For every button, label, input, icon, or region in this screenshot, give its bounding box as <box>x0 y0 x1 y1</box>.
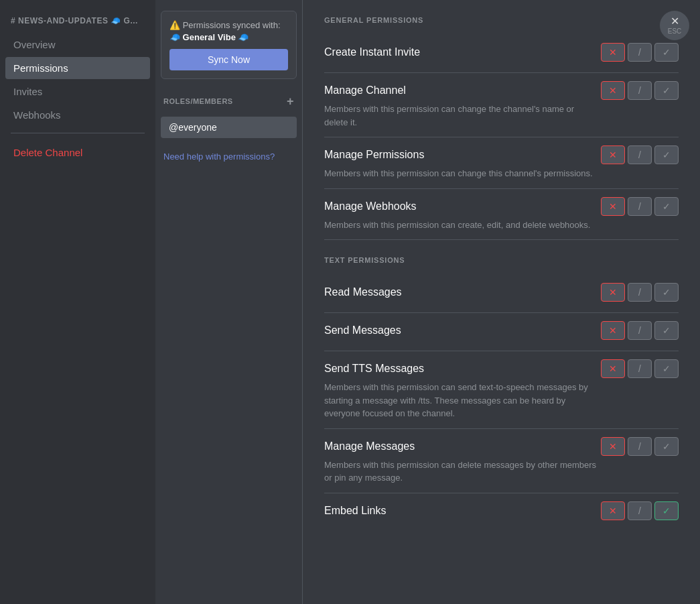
middle-panel: ⚠️ Permissions synced with: 🧢 General Vi… <box>155 0 303 604</box>
permission-name-manage-permissions: Manage Permissions <box>324 149 424 161</box>
permission-name-manage-channel: Manage Channel <box>324 84 406 97</box>
permission-manage-messages: Manage Messages ✕ / ✓ Members with this … <box>324 429 679 493</box>
allow-button-manage-channel[interactable]: ✓ <box>654 81 679 100</box>
sidebar-item-overview[interactable]: Overview <box>5 34 150 56</box>
esc-label: ESC <box>668 28 682 35</box>
deny-button-send-tts-messages[interactable]: ✕ <box>601 359 625 378</box>
permission-manage-webhooks: Manage Webhooks ✕ / ✓ Members with this … <box>324 189 679 241</box>
sidebar-item-permissions[interactable]: Permissions <box>5 57 150 79</box>
permission-desc-manage-permissions: Members with this permission can change … <box>324 167 679 180</box>
sync-now-button[interactable]: Sync Now <box>169 49 288 70</box>
right-panel: ✕ ESC General Permissions Create Instant… <box>303 0 700 604</box>
main-content: ⚠️ Permissions synced with: 🧢 General Vi… <box>155 0 700 604</box>
neutral-button-create-instant-invite[interactable]: / <box>628 43 652 62</box>
channel-name: # news-and-updates 🧢 G... <box>5 11 150 34</box>
permission-send-messages: Send Messages ✕ / ✓ <box>324 313 679 351</box>
roles-members-header: Roles/Members + <box>161 90 297 113</box>
deny-button-read-messages[interactable]: ✕ <box>601 283 625 302</box>
sync-channel-name: 🧢 General Vibe 🧢 <box>169 32 249 42</box>
sidebar-divider <box>11 133 145 133</box>
permission-desc-manage-webhooks: Members with this permission can create,… <box>324 219 679 232</box>
sidebar: # news-and-updates 🧢 G... Overview Permi… <box>0 0 155 604</box>
permission-send-tts-messages: Send TTS Messages ✕ / ✓ Members with thi… <box>324 351 679 429</box>
neutral-button-embed-links[interactable]: / <box>628 501 652 520</box>
permission-controls-read-messages: ✕ / ✓ <box>601 283 679 302</box>
deny-button-create-instant-invite[interactable]: ✕ <box>601 43 625 62</box>
permission-embed-links: Embed Links ✕ / ✓ <box>324 493 679 531</box>
permission-controls-create-instant-invite: ✕ / ✓ <box>601 43 679 62</box>
permission-controls-manage-messages: ✕ / ✓ <box>601 437 679 456</box>
neutral-button-send-messages[interactable]: / <box>628 321 652 340</box>
sidebar-item-webhooks[interactable]: Webhooks <box>5 104 150 126</box>
permission-name-embed-links: Embed Links <box>324 505 387 517</box>
neutral-button-manage-channel[interactable]: / <box>628 81 652 100</box>
neutral-button-send-tts-messages[interactable]: / <box>628 359 652 378</box>
deny-button-manage-permissions[interactable]: ✕ <box>601 145 625 164</box>
permission-controls-send-tts-messages: ✕ / ✓ <box>601 359 679 378</box>
neutral-button-manage-permissions[interactable]: / <box>628 145 652 164</box>
permission-controls-embed-links: ✕ / ✓ <box>601 501 679 520</box>
general-permissions-header: General Permissions <box>324 16 679 24</box>
permission-desc-send-tts-messages: Members with this permission can send te… <box>324 381 679 420</box>
neutral-button-manage-webhooks[interactable]: / <box>628 197 652 216</box>
permission-controls-manage-permissions: ✕ / ✓ <box>601 145 679 164</box>
neutral-button-read-messages[interactable]: / <box>628 283 652 302</box>
permission-name-manage-webhooks: Manage Webhooks <box>324 200 417 213</box>
permission-controls-manage-webhooks: ✕ / ✓ <box>601 197 679 216</box>
allow-button-send-tts-messages[interactable]: ✓ <box>654 359 679 378</box>
permission-name-manage-messages: Manage Messages <box>324 440 415 452</box>
permission-desc-manage-channel: Members with this permission can change … <box>324 103 679 129</box>
delete-channel-button[interactable]: Delete Channel <box>5 141 150 164</box>
permission-create-instant-invite: Create Instant Invite ✕ / ✓ <box>324 35 679 73</box>
text-permissions-header: Text Permissions <box>324 256 679 264</box>
close-icon: ✕ <box>671 16 679 27</box>
permission-name-create-instant-invite: Create Instant Invite <box>324 46 420 58</box>
permission-name-read-messages: Read Messages <box>324 286 402 298</box>
allow-button-manage-messages[interactable]: ✓ <box>654 437 679 456</box>
help-link[interactable]: Need help with permissions? <box>161 149 297 164</box>
sidebar-item-invites[interactable]: Invites <box>5 80 150 103</box>
permission-controls-manage-channel: ✕ / ✓ <box>601 81 679 100</box>
add-role-button[interactable]: + <box>287 95 294 107</box>
esc-button[interactable]: ✕ ESC <box>660 11 689 40</box>
deny-button-embed-links[interactable]: ✕ <box>601 501 625 520</box>
allow-button-embed-links[interactable]: ✓ <box>654 501 679 520</box>
permission-read-messages: Read Messages ✕ / ✓ <box>324 275 679 313</box>
allow-button-send-messages[interactable]: ✓ <box>654 321 679 340</box>
deny-button-manage-webhooks[interactable]: ✕ <box>601 197 625 216</box>
allow-button-read-messages[interactable]: ✓ <box>654 283 679 302</box>
deny-button-send-messages[interactable]: ✕ <box>601 321 625 340</box>
permission-manage-permissions: Manage Permissions ✕ / ✓ Members with th… <box>324 137 679 189</box>
role-item-everyone[interactable]: @everyone <box>161 117 297 138</box>
deny-button-manage-messages[interactable]: ✕ <box>601 437 625 456</box>
deny-button-manage-channel[interactable]: ✕ <box>601 81 625 100</box>
neutral-button-manage-messages[interactable]: / <box>628 437 652 456</box>
sync-notice: ⚠️ Permissions synced with: 🧢 General Vi… <box>161 11 297 79</box>
permission-desc-manage-messages: Members with this permission can delete … <box>324 459 679 485</box>
permission-manage-channel: Manage Channel ✕ / ✓ Members with this p… <box>324 73 679 137</box>
allow-button-create-instant-invite[interactable]: ✓ <box>654 43 679 62</box>
allow-button-manage-permissions[interactable]: ✓ <box>654 145 679 164</box>
sync-notice-text: ⚠️ Permissions synced with: 🧢 General Vi… <box>169 19 288 44</box>
allow-button-manage-webhooks[interactable]: ✓ <box>654 197 679 216</box>
permission-name-send-messages: Send Messages <box>324 324 401 337</box>
sync-icon: ⚠️ <box>169 20 183 30</box>
permission-controls-send-messages: ✕ / ✓ <box>601 321 679 340</box>
permission-name-send-tts-messages: Send TTS Messages <box>324 363 424 375</box>
